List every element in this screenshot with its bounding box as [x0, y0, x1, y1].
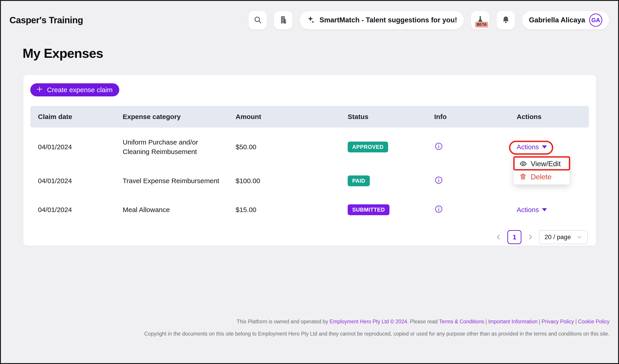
amount-value: $100.00 [228, 177, 340, 185]
expenses-table: Claim date Expense category Amount Statu… [30, 106, 589, 224]
trash-icon [519, 173, 527, 181]
table-header-row: Claim date Expense category Amount Statu… [30, 106, 589, 128]
info-icon[interactable] [434, 176, 443, 185]
plus-icon [36, 85, 43, 94]
claim-date-value: 04/01/2024 [30, 177, 115, 185]
chevron-down-icon [577, 234, 582, 240]
organisation-button[interactable] [274, 11, 292, 29]
expense-category-value: Uniform Purchase and/or Cleaning Reimbus… [123, 137, 223, 157]
column-expense-category: Expense category [115, 113, 228, 121]
next-page-button[interactable] [526, 233, 534, 241]
expense-category-value: Travel Expense Reimbursement [123, 176, 219, 186]
column-actions: Actions [509, 113, 589, 121]
page-size-select[interactable]: 20 / page [539, 230, 588, 244]
actions-dropdown-menu: View/Edit Delete [514, 156, 570, 185]
create-expense-claim-button[interactable]: Create expense claim [30, 83, 119, 96]
menu-item-delete[interactable]: Delete [514, 170, 570, 183]
eye-icon [519, 160, 527, 168]
top-bar-actions: SmartMatch - Talent suggestions for you!… [249, 11, 609, 29]
amount-value: $50.00 [228, 143, 340, 151]
page-size-value: 20 / page [544, 233, 571, 241]
search-icon [253, 15, 262, 25]
claim-date-value: 04/01/2024 [30, 143, 115, 151]
actions-dropdown-trigger[interactable]: Actions [517, 143, 547, 151]
notifications-button[interactable] [497, 11, 515, 29]
status-badge: SUBMITTED [348, 204, 390, 215]
app-screen: Casper's Training [0, 0, 619, 364]
page-title: My Expenses [23, 46, 618, 61]
table-row: 04/01/2024 Meal Allowance $15.00 SUBMITT… [30, 195, 589, 224]
create-expense-claim-label: Create expense claim [47, 86, 113, 94]
caret-down-icon [542, 145, 547, 148]
building-icon [279, 15, 288, 25]
actions-label: Actions [517, 206, 539, 214]
brand-title: Casper's Training [10, 15, 83, 25]
menu-item-view-edit[interactable]: View/Edit [514, 157, 570, 170]
footer-link-cookie-policy[interactable]: Cookie Policy [578, 319, 609, 324]
beta-badge: BETA [475, 22, 488, 27]
expense-category-value: Meal Allowance [123, 205, 170, 215]
caret-down-icon [542, 208, 547, 211]
actions-dropdown-trigger[interactable]: Actions [517, 206, 547, 214]
bell-icon [502, 15, 510, 25]
table-row: 04/01/2024 Uniform Purchase and/or Clean… [30, 128, 589, 166]
info-icon[interactable] [434, 142, 443, 151]
info-icon[interactable] [434, 204, 443, 214]
status-badge: PAID [348, 175, 370, 186]
column-info: Info [426, 113, 509, 121]
footer-separator: | [484, 319, 488, 324]
footer-link-company[interactable]: Employment Hero Pty Ltd © 2024 [330, 319, 407, 324]
footer-link-terms[interactable]: Terms & Conditions [439, 319, 484, 324]
menu-item-delete-label: Delete [531, 173, 552, 181]
footer-text: . Please read [407, 319, 439, 324]
column-claim-date: Claim date [30, 113, 115, 121]
column-amount: Amount [228, 113, 340, 121]
actions-label: Actions [517, 143, 539, 151]
beta-labs-button[interactable]: BETA [471, 11, 489, 29]
table-row: 04/01/2024 Travel Expense Reimbursement … [30, 166, 589, 195]
footer-link-important-information[interactable]: Important Information [488, 319, 538, 324]
footer-line-2: Copyright in the documents on this site … [1, 331, 609, 337]
expenses-card: Create expense claim Claim date Expense … [23, 75, 596, 246]
page-number-button[interactable]: 1 [507, 230, 521, 244]
smartmatch-button[interactable]: SmartMatch - Talent suggestions for you! [300, 11, 464, 29]
amount-value: $15.00 [228, 206, 340, 214]
claim-date-value: 04/01/2024 [30, 206, 115, 214]
user-menu-button[interactable]: Gabriella Alicaya GA [522, 11, 609, 29]
smartmatch-label: SmartMatch - Talent suggestions for you! [319, 16, 457, 24]
pagination: 1 20 / page [30, 230, 589, 244]
status-badge: APPROVED [348, 142, 388, 152]
footer-separator: | [538, 319, 542, 324]
previous-page-button[interactable] [495, 233, 502, 241]
column-status: Status [340, 113, 426, 121]
user-avatar: GA [589, 13, 602, 27]
search-button[interactable] [249, 11, 267, 29]
footer-link-privacy-policy[interactable]: Privacy Policy [542, 319, 574, 324]
menu-item-view-edit-label: View/Edit [531, 160, 561, 168]
footer-separator: | [574, 319, 578, 324]
footer-text: This Platform is owned and operated by [237, 319, 330, 324]
user-name: Gabriella Alicaya [529, 16, 585, 24]
footer-line-1: This Platform is owned and operated by E… [1, 319, 609, 325]
sparkle-icon [306, 15, 315, 25]
footer: This Platform is owned and operated by E… [1, 319, 618, 337]
top-bar: Casper's Training [1, 1, 618, 32]
